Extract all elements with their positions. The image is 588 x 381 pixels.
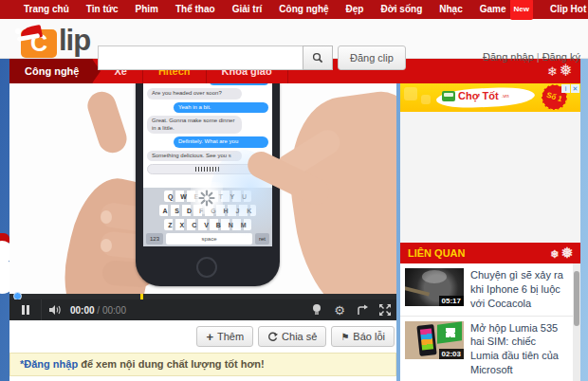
related-video-item[interactable]: 05:17 Chuyện gì sẽ xảy ra khi Iphone 6 b…	[400, 263, 580, 317]
nav-item-sports[interactable]: Thể thao	[167, 0, 224, 19]
logo-c-box: C	[21, 29, 57, 58]
add-button[interactable]: +Thêm	[196, 326, 253, 347]
video-column: Are you headed over soon? Yeah in a bit.…	[9, 83, 396, 381]
upload-clip-button[interactable]: Đăng clip	[338, 45, 406, 70]
iphone-home-button	[196, 257, 217, 278]
share-button[interactable]: Chia sẻ	[258, 326, 326, 347]
nav-item-movies[interactable]: Phim	[127, 0, 167, 19]
settings-button[interactable]: ⚙	[328, 299, 351, 320]
report-label: Báo lỗi	[353, 331, 385, 342]
fullscreen-icon	[379, 304, 391, 316]
chotot-ad-banner[interactable]: Chợ Tốt.vn Số 1 i ✕	[400, 83, 580, 112]
share-label: Chia sẻ	[282, 331, 317, 342]
related-list-scrollbar[interactable]	[573, 263, 580, 381]
nav-item-cliphot[interactable]: Clip Hot	[542, 0, 588, 19]
page-content: Công nghệ Xe Hitech Khoa giáo ❄❅	[9, 59, 580, 381]
fullscreen-button[interactable]	[374, 299, 396, 320]
nav-item-entertainment[interactable]: Giải trí	[224, 0, 271, 19]
imessage-conversation: Are you headed over soon? Yeah in a bit.…	[143, 83, 272, 161]
share-icon	[267, 332, 278, 342]
search-input[interactable]	[98, 45, 303, 70]
report-button[interactable]: ⚑Báo lỗi	[331, 326, 395, 347]
plus-icon: +	[206, 330, 213, 344]
ad-controls: i ✕	[561, 84, 579, 93]
time-current: 00:00	[70, 305, 95, 316]
gear-icon: ⚙	[334, 303, 345, 318]
search-bar	[98, 45, 333, 70]
volume-icon	[48, 304, 62, 316]
auth-links: Đăng nhập|Đăng ký	[483, 51, 580, 63]
autonext-button[interactable]	[351, 299, 374, 320]
add-label: Thêm	[217, 331, 244, 342]
related-header: LIÊN QUAN ❄❅	[400, 243, 580, 263]
related-header-label: LIÊN QUAN	[408, 247, 466, 259]
chotot-logo: Chợ Tốt.vn	[442, 90, 509, 101]
notice-text: để xem nội dung chất lượng tốt hơn!	[78, 358, 265, 370]
logo-lip-text: lip	[59, 24, 90, 58]
nav-item-game[interactable]: GameNew	[471, 0, 542, 20]
video-actions: +Thêm Chia sẻ ⚑Báo lỗi	[9, 320, 396, 347]
new-badge: New	[510, 0, 533, 20]
related-video-title: Mở hộp Lumia 535 hai SIM: chiếc Lumia đầ…	[470, 321, 567, 377]
ad-brand-suffix: .vn	[502, 93, 509, 99]
bulb-icon	[312, 303, 322, 317]
auth-divider: |	[537, 51, 540, 63]
lights-off-button[interactable]	[305, 299, 328, 320]
fingernail	[101, 210, 112, 224]
duration-badge: 05:17	[439, 296, 464, 306]
login-notice: *Đăng nhập để xem nội dung chất lượng tố…	[9, 353, 396, 376]
left-hand-thumb	[84, 88, 131, 156]
ad-decoration	[421, 95, 431, 104]
nav-item-news[interactable]: Tin tức	[78, 0, 127, 19]
ad-close-icon[interactable]: ✕	[571, 84, 579, 93]
nav-item-life[interactable]: Đời sống	[372, 0, 431, 19]
notice-login-link[interactable]: *Đăng nhập	[20, 358, 78, 370]
search-icon	[312, 52, 323, 64]
search-button[interactable]	[303, 45, 333, 70]
category-tab-congnghe[interactable]: Công nghệ	[9, 59, 92, 83]
chat-bubble-outgoing: Definitely. What are you	[174, 136, 268, 148]
player-controls: 00:00 / 00:00 ⚙	[9, 299, 396, 320]
ad-brand-text: Chợ Tốt	[458, 90, 499, 101]
related-videos-list: 05:17 Chuyện gì sẽ xảy ra khi Iphone 6 b…	[400, 263, 580, 381]
ad-info-icon[interactable]: i	[561, 84, 570, 93]
register-link[interactable]: Đăng ký	[542, 51, 580, 63]
santa-hat-icon	[17, 27, 46, 44]
nav-item-technology[interactable]: Công nghệ	[270, 0, 337, 19]
chat-bubble-incoming: Great. Gonna make some dinner in a littl…	[147, 116, 242, 134]
video-player: Are you headed over soon? Yeah in a bit.…	[9, 83, 396, 320]
empty-ad-slot	[400, 112, 580, 243]
time-display: 00:00 / 00:00	[70, 305, 126, 316]
ad-decoration	[404, 87, 417, 100]
loading-spinner-icon	[191, 182, 223, 214]
site-header: C lip Đăng clip Đăng nhập|Đăng ký	[0, 19, 588, 59]
volume-button[interactable]	[42, 299, 68, 320]
related-video-title: Chuyện gì sẽ xảy ra khi Iphone 6 bị luộc…	[470, 268, 567, 311]
nav-item-game-label: Game	[480, 4, 506, 14]
login-link[interactable]: Đăng nhập	[483, 51, 534, 63]
top-navigation: Trang chủ Tin tức Phim Thể thao Giải trí…	[0, 0, 588, 19]
sidebar: Chợ Tốt.vn Số 1 i ✕ LIÊN QUAN ❄❅ 05:17	[400, 83, 580, 381]
nav-item-music[interactable]: Nhạc	[431, 0, 470, 19]
video-thumbnail: 05:17	[405, 268, 464, 306]
scrollbar-thumb[interactable]	[574, 271, 579, 326]
video-thumbnail: 02:03	[405, 321, 464, 359]
related-video-item[interactable]: 02:03 Mở hộp Lumia 535 hai SIM: chiếc Lu…	[400, 317, 580, 381]
nav-item-home[interactable]: Trang chủ	[15, 0, 78, 19]
duration-badge: 02:03	[439, 349, 464, 359]
snowflake-icons: ❄❅	[547, 59, 575, 84]
time-total: / 00:00	[97, 305, 126, 316]
nav-item-beauty[interactable]: Đẹp	[338, 0, 373, 19]
redirect-arrow-icon	[357, 304, 369, 316]
chat-bubble-incoming: Are you headed over soon?	[147, 88, 242, 100]
flag-icon: ⚑	[340, 332, 349, 342]
keyboard-123-key: 123	[146, 233, 163, 245]
chat-bubble-outgoing: Yeah in a bit.	[174, 102, 268, 114]
video-stage[interactable]: Are you headed over soon? Yeah in a bit.…	[9, 83, 396, 294]
snowflake-icons: ❄❅	[550, 243, 575, 264]
iphone-device: Are you headed over soon? Yeah in a bit.…	[136, 83, 280, 286]
chat-bubble-partial	[210, 83, 268, 85]
cart-icon	[442, 91, 455, 101]
fingernail	[101, 239, 112, 252]
pause-button[interactable]	[9, 299, 42, 320]
